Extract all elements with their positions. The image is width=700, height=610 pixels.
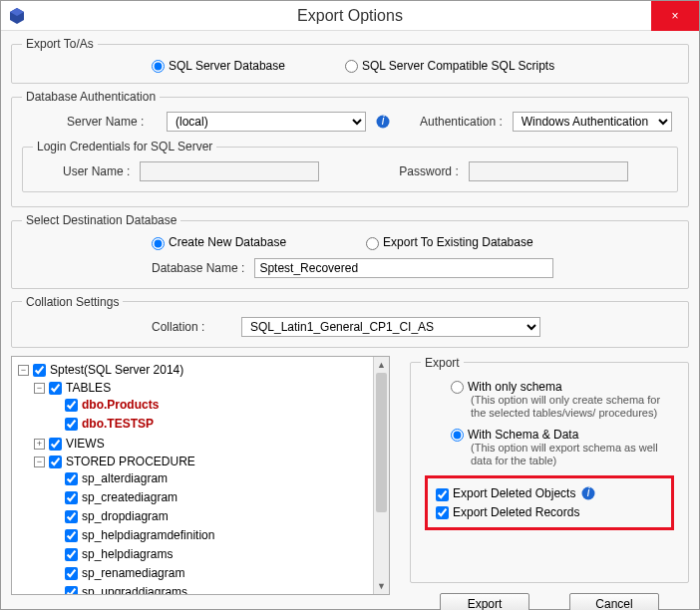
server-name-label: Server Name : (67, 115, 157, 129)
export-deleted-records-option[interactable]: Export Deleted Records (436, 505, 579, 519)
export-to-legend: Export To/As (22, 37, 98, 51)
export-options-window: Export Options × Export To/As SQL Server… (0, 0, 700, 610)
svg-text:i: i (382, 115, 385, 128)
tree-table-item[interactable]: dbo.TESTSP (50, 416, 154, 433)
export-deleted-objects-checkbox[interactable] (436, 488, 449, 501)
tree-sp-item[interactable]: sp_dropdiagram (50, 508, 169, 525)
close-button[interactable]: × (651, 1, 699, 31)
login-credentials-legend: Login Credentials for SQL Server (33, 140, 216, 153)
tree-sp-item[interactable]: sp_helpdiagrams (50, 546, 173, 563)
password-label: Password : (399, 164, 458, 178)
with-schema-data-radio[interactable] (451, 429, 464, 442)
tree-item-checkbox[interactable] (65, 567, 78, 580)
authentication-label: Authentication : (420, 115, 503, 129)
export-group: Export With only schema (This option wil… (410, 356, 689, 583)
object-tree[interactable]: −Sptest(SQL Server 2014) −TABLES dbo.Pro… (11, 356, 390, 595)
deleted-options-highlight: Export Deleted Objects i Export Deleted … (425, 475, 674, 530)
scroll-down-icon[interactable]: ▼ (374, 578, 389, 594)
tree-item-checkbox[interactable] (65, 472, 78, 485)
expand-icon[interactable]: + (34, 439, 45, 450)
destination-group: Select Destination Database Create New D… (11, 213, 689, 288)
export-to-sqlserver-option[interactable]: SQL Server Database (152, 59, 285, 73)
tree-table-item[interactable]: dbo.Products (50, 397, 159, 414)
login-credentials-group: Login Credentials for SQL Server User Na… (22, 140, 678, 192)
authentication-select[interactable]: Windows Authentication (513, 112, 672, 132)
tree-views-checkbox[interactable] (49, 438, 62, 451)
collapse-icon[interactable]: − (34, 457, 45, 467)
with-schema-data-option[interactable]: With Schema & Data (451, 428, 578, 442)
tree-item-checkbox[interactable] (65, 586, 78, 595)
content: Export To/As SQL Server Database SQL Ser… (1, 31, 699, 610)
collapse-icon[interactable]: − (18, 365, 29, 376)
tree-root-checkbox[interactable] (33, 364, 46, 377)
tree-item-checkbox[interactable] (65, 548, 78, 561)
tree-sp-item[interactable]: sp_helpdiagramdefinition (50, 527, 214, 544)
tree-tables-checkbox[interactable] (49, 382, 62, 395)
dbname-input[interactable] (254, 258, 553, 278)
svg-text:i: i (587, 486, 590, 499)
tree-stored-proc[interactable]: −STORED PROCEDURE (34, 454, 195, 470)
tree-sp-item[interactable]: sp_upgraddiagrams (50, 584, 187, 595)
collation-group: Collation Settings Collation : SQL_Latin… (11, 295, 689, 348)
tree-item-checkbox[interactable] (65, 418, 78, 431)
export-deleted-records-checkbox[interactable] (436, 506, 449, 519)
username-input (140, 161, 319, 181)
tree-sp-item[interactable]: sp_alterdiagram (50, 470, 168, 487)
tree-tables[interactable]: −TABLES (34, 380, 111, 397)
scroll-thumb[interactable] (376, 373, 387, 512)
tree-item-checkbox[interactable] (65, 491, 78, 504)
dbname-label: Database Name : (152, 261, 244, 275)
create-new-db-option[interactable]: Create New Database (152, 235, 286, 249)
password-input (469, 161, 628, 181)
username-label: User Name : (63, 164, 130, 178)
window-title: Export Options (1, 7, 699, 25)
export-to-scripts-radio[interactable] (345, 60, 358, 73)
collapse-icon[interactable]: − (34, 383, 45, 394)
with-only-schema-radio[interactable] (451, 381, 464, 394)
export-to-sqlserver-radio[interactable] (152, 60, 165, 73)
tree-item-checkbox[interactable] (65, 510, 78, 523)
info-icon[interactable]: i (581, 486, 595, 500)
with-schema-data-sub: (This option will export schema as well … (471, 442, 668, 467)
export-to-group: Export To/As SQL Server Database SQL Ser… (11, 37, 689, 84)
tree-item-checkbox[interactable] (65, 399, 78, 412)
export-to-scripts-option[interactable]: SQL Server Compatible SQL Scripts (345, 59, 554, 73)
with-only-schema-option[interactable]: With only schema (451, 380, 562, 394)
title-bar: Export Options × (1, 1, 699, 31)
export-button[interactable]: Export (440, 593, 529, 610)
with-only-schema-sub: (This option will only create schema for… (471, 394, 668, 420)
export-existing-db-radio[interactable] (366, 237, 379, 250)
tree-sp-item[interactable]: sp_renamediagram (50, 565, 184, 582)
tree-sp-item[interactable]: sp_creatediagram (50, 489, 177, 506)
tree-item-checkbox[interactable] (65, 529, 78, 542)
server-name-select[interactable]: (local) (167, 112, 366, 132)
collation-legend: Collation Settings (22, 295, 123, 309)
close-icon: × (671, 9, 678, 23)
info-icon[interactable]: i (376, 115, 390, 129)
scroll-up-icon[interactable]: ▲ (374, 357, 389, 373)
export-legend: Export (421, 356, 464, 370)
tree-views[interactable]: +VIEWS (34, 436, 105, 453)
auth-legend: Database Authentication (22, 90, 160, 104)
export-existing-db-option[interactable]: Export To Existing Database (366, 235, 533, 249)
collation-label: Collation : (152, 320, 231, 334)
auth-group: Database Authentication Server Name : (l… (11, 90, 689, 207)
export-deleted-objects-option[interactable]: Export Deleted Objects (436, 486, 575, 500)
collation-select[interactable]: SQL_Latin1_General_CP1_CI_AS (241, 317, 540, 337)
create-new-db-radio[interactable] (152, 237, 165, 250)
destination-legend: Select Destination Database (22, 213, 180, 227)
tree-root[interactable]: −Sptest(SQL Server 2014) (18, 362, 183, 379)
tree-scrollbar[interactable]: ▲ ▼ (373, 357, 389, 594)
tree-sp-checkbox[interactable] (49, 456, 62, 468)
cancel-button[interactable]: Cancel (569, 593, 659, 610)
